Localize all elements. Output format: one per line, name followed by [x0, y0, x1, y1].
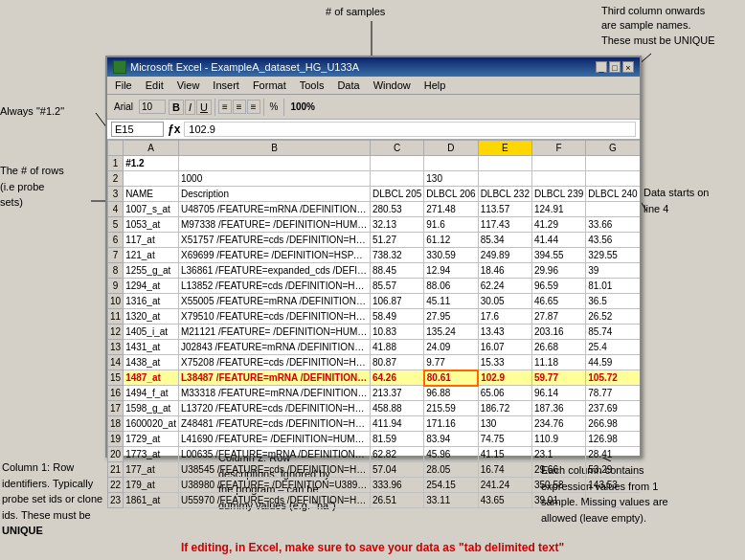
menu-tools[interactable]: Tools [296, 78, 328, 92]
cell[interactable]: M33318 /FEATURE=mRNA /DEFINITION=HU [178, 386, 370, 401]
cell[interactable]: 24.09 [424, 340, 478, 355]
cell[interactable] [586, 171, 640, 187]
cell[interactable]: 330.59 [424, 248, 478, 263]
cell[interactable]: 85.34 [478, 233, 531, 248]
cell[interactable]: 85.57 [370, 279, 423, 294]
cell[interactable]: 43.56 [586, 233, 640, 248]
cell[interactable]: 80.61 [424, 370, 478, 386]
cell[interactable]: 27.95 [424, 309, 478, 325]
cell[interactable]: 28.41 [586, 447, 640, 462]
cell[interactable]: 43.65 [478, 493, 531, 508]
cell[interactable]: X51757 /FEATURE=cds /DEFINITION=HSP [178, 233, 370, 248]
cell[interactable]: L00635 /FEATURE=mRNA /DEFINITION=HUMFPTE [178, 447, 370, 462]
cell[interactable]: 88.45 [370, 263, 423, 279]
cell[interactable]: DLBCL 232 [478, 187, 531, 202]
cell[interactable]: 32.13 [370, 217, 423, 233]
name-box[interactable]: E15 [111, 122, 164, 137]
cell[interactable]: DLBCL 239 [531, 187, 585, 202]
cell[interactable]: 143.53 [586, 478, 640, 493]
cell[interactable]: 1316_at [124, 294, 179, 309]
cell[interactable]: 78.77 [586, 386, 640, 401]
cell[interactable]: 96.14 [531, 386, 585, 401]
cell[interactable]: 1861_at [124, 493, 179, 508]
cell[interactable] [424, 156, 478, 171]
font-size[interactable]: 10 [139, 100, 166, 114]
cell[interactable]: 59.77 [531, 370, 585, 386]
cell[interactable]: 64.26 [370, 370, 423, 386]
cell[interactable]: 33.11 [424, 493, 478, 508]
cell[interactable]: 62.82 [370, 447, 423, 462]
cell[interactable]: X69699 /FEATURE= /DEFINITION=HSPAX8A [178, 248, 370, 263]
cell[interactable]: 280.53 [370, 202, 423, 217]
cell[interactable] [586, 493, 640, 508]
cell[interactable]: X55005 /FEATURE=mRNA /DEFINITION=HS( [178, 294, 370, 309]
cell[interactable]: X75208 /FEATURE=cds /DEFINITION=HSPTH [178, 355, 370, 370]
menu-edit[interactable]: Edit [142, 78, 168, 92]
cell[interactable]: 13.43 [478, 325, 531, 340]
menu-data[interactable]: Data [333, 78, 363, 92]
cell[interactable]: U38545 /FEATURE=cds /DEFINITION=HSU38541 [178, 462, 370, 478]
cell[interactable]: 350.58 [531, 478, 585, 493]
align-center-btn[interactable]: ≡ [233, 100, 246, 114]
cell[interactable] [531, 156, 585, 171]
cell[interactable]: 1255_g_at [124, 263, 179, 279]
cell[interactable]: 458.88 [370, 401, 423, 416]
cell[interactable]: 46.65 [531, 294, 585, 309]
menu-file[interactable]: File [111, 78, 136, 92]
cell[interactable]: 53.29 [586, 462, 640, 478]
cell[interactable]: U38980 /FEATURE= /DEFINITION=U38980 H [178, 478, 370, 493]
cell[interactable]: 266.98 [586, 416, 640, 432]
cell[interactable]: 187.36 [531, 401, 585, 416]
cell[interactable]: 58.49 [370, 309, 423, 325]
cell[interactable]: 45.96 [424, 447, 478, 462]
cell[interactable]: 126.98 [586, 432, 640, 447]
cell[interactable]: 1487_at [124, 370, 179, 386]
col-header-A[interactable]: A [124, 141, 179, 156]
cell[interactable] [531, 171, 585, 187]
cell[interactable]: 1294_at [124, 279, 179, 294]
col-header-D[interactable]: D [424, 141, 478, 156]
cell[interactable]: 28.05 [424, 462, 478, 478]
cell[interactable]: 1007_s_at [124, 202, 179, 217]
cell[interactable]: 88.06 [424, 279, 478, 294]
cell[interactable]: 61.12 [424, 233, 478, 248]
cell[interactable]: 130 [478, 416, 531, 432]
cell[interactable]: 177_at [124, 462, 179, 478]
cell[interactable]: 16.74 [478, 462, 531, 478]
cell[interactable]: 15.33 [478, 355, 531, 370]
cell[interactable]: 39 [586, 263, 640, 279]
cell[interactable]: 237.69 [586, 401, 640, 416]
cell[interactable]: 74.75 [478, 432, 531, 447]
cell[interactable]: 29.96 [531, 263, 585, 279]
cell[interactable]: 329.55 [586, 248, 640, 263]
cell[interactable]: 203.16 [531, 325, 585, 340]
cell[interactable] [478, 156, 531, 171]
cell[interactable]: 121_at [124, 248, 179, 263]
cell[interactable]: U48705 /FEATURE=mRNA /DEFINITION=HS [178, 202, 370, 217]
italic-btn[interactable]: I [185, 100, 195, 115]
cell[interactable]: M97338 /FEATURE= /DEFINITION=HUMA1S [178, 217, 370, 233]
cell[interactable] [586, 156, 640, 171]
cell[interactable] [370, 156, 423, 171]
cell[interactable]: 41.88 [370, 340, 423, 355]
cell[interactable]: 171.16 [424, 416, 478, 432]
cell[interactable]: 39.01 [531, 493, 585, 508]
cell[interactable] [478, 171, 531, 187]
menu-help[interactable]: Help [420, 78, 450, 92]
cell[interactable]: 179_at [124, 478, 179, 493]
cell[interactable]: 113.57 [478, 202, 531, 217]
col-header-B[interactable]: B [178, 141, 370, 156]
cell[interactable]: 254.15 [424, 478, 478, 493]
cell[interactable]: Z48481 /FEATURE=cds /DEFINITION=HSMU [178, 416, 370, 432]
cell[interactable]: L36861 /FEATURE=expanded_cds /DEFINITI [178, 263, 370, 279]
cell[interactable]: 18.46 [478, 263, 531, 279]
close-btn[interactable]: × [622, 61, 634, 73]
cell[interactable]: 96.59 [531, 279, 585, 294]
cell[interactable]: 186.72 [478, 401, 531, 416]
cell[interactable]: 26.51 [370, 493, 423, 508]
cell[interactable]: 83.94 [424, 432, 478, 447]
cell[interactable]: 41.15 [478, 447, 531, 462]
cell[interactable]: 215.59 [424, 401, 478, 416]
cell[interactable]: 41.29 [531, 217, 585, 233]
underline-btn[interactable]: U [196, 100, 212, 115]
